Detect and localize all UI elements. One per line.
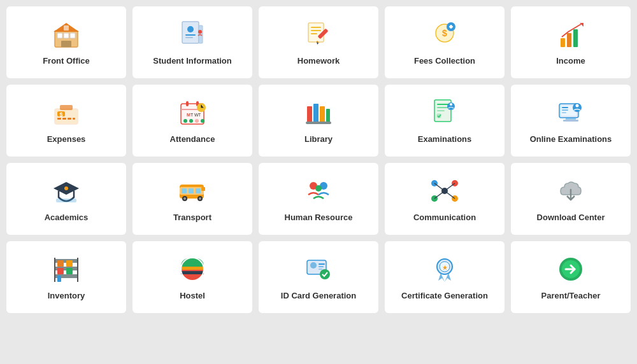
- front-office-label: Front Office: [43, 56, 90, 66]
- svg-rect-99: [57, 260, 64, 267]
- svg-rect-107: [181, 267, 204, 270]
- hr-icon: [303, 176, 334, 206]
- svg-rect-33: [73, 118, 75, 120]
- svg-line-91: [434, 183, 445, 191]
- card-academics[interactable]: Academics: [6, 163, 126, 235]
- card-transport[interactable]: Transport: [132, 163, 252, 235]
- card-fees-collection[interactable]: $ Fees Collection: [385, 6, 505, 78]
- svg-text:T: T: [198, 113, 201, 117]
- svg-point-115: [320, 269, 330, 279]
- svg-rect-6: [64, 25, 69, 31]
- expenses-label: Expenses: [47, 134, 86, 144]
- communication-label: Communication: [413, 213, 476, 222]
- svg-rect-102: [66, 268, 73, 274]
- attendance-icon: M T W T: [177, 97, 208, 128]
- card-download-center[interactable]: Download Center: [511, 163, 631, 235]
- card-online-examinations[interactable]: Online Examinations: [511, 85, 631, 157]
- card-human-resource[interactable]: Human Resource: [259, 163, 378, 235]
- svg-rect-57: [437, 110, 445, 111]
- svg-rect-103: [57, 276, 61, 282]
- student-info-icon: [177, 19, 208, 50]
- expenses-icon: $: [51, 97, 82, 128]
- certificate-label: Certificate Generation: [401, 291, 488, 300]
- svg-rect-10: [185, 34, 196, 36]
- academics-icon: [51, 176, 82, 206]
- online-exam-icon: [555, 97, 586, 128]
- svg-point-9: [187, 26, 194, 32]
- svg-rect-37: [186, 101, 189, 106]
- card-student-information[interactable]: Student Information: [132, 6, 252, 78]
- certificate-icon: ★: [429, 254, 460, 284]
- svg-point-71: [64, 186, 68, 190]
- svg-point-60: [450, 103, 452, 106]
- svg-point-44: [183, 119, 187, 123]
- svg-rect-14: [311, 27, 321, 28]
- svg-rect-114: [318, 269, 322, 270]
- attendance-label: Attendance: [170, 134, 215, 144]
- card-inventory[interactable]: Inventory: [6, 241, 126, 313]
- card-examinations[interactable]: Examinations: [385, 85, 505, 157]
- card-certificate[interactable]: ★ Certificate Generation: [385, 241, 505, 313]
- income-icon: [555, 19, 586, 50]
- card-attendance[interactable]: M T W T Attendance: [132, 85, 252, 157]
- svg-rect-26: [573, 29, 578, 47]
- svg-rect-75: [182, 188, 187, 193]
- svg-rect-112: [318, 263, 325, 265]
- svg-rect-11: [185, 37, 193, 38]
- library-label: Library: [304, 134, 333, 144]
- svg-rect-55: [437, 104, 448, 105]
- svg-line-92: [445, 183, 455, 191]
- homework-label: Homework: [297, 56, 340, 66]
- svg-rect-64: [563, 120, 578, 122]
- front-office-icon: [51, 19, 82, 50]
- svg-rect-53: [306, 122, 331, 124]
- examinations-label: Examinations: [418, 134, 472, 144]
- svg-text:$: $: [59, 111, 62, 118]
- module-grid: Front Office Student Information Homewor: [6, 6, 631, 313]
- svg-point-47: [201, 119, 204, 123]
- svg-rect-1: [57, 33, 62, 38]
- svg-rect-56: [437, 107, 448, 108]
- svg-rect-31: [62, 118, 66, 120]
- svg-rect-2: [64, 33, 69, 38]
- card-hostel[interactable]: Hostel: [132, 241, 252, 313]
- card-id-card[interactable]: ID Card Generation: [259, 241, 378, 313]
- svg-rect-100: [66, 260, 73, 267]
- parent-teacher-icon: [555, 254, 586, 284]
- svg-point-85: [315, 185, 322, 192]
- card-income[interactable]: Income: [511, 6, 631, 78]
- card-library[interactable]: Library: [259, 85, 378, 157]
- card-homework[interactable]: Homework: [259, 6, 378, 78]
- library-icon: [303, 97, 334, 128]
- transport-label: Transport: [173, 213, 211, 222]
- card-expenses[interactable]: $ Expenses: [6, 85, 126, 157]
- card-front-office[interactable]: Front Office: [6, 6, 126, 78]
- svg-rect-76: [189, 188, 194, 193]
- svg-rect-66: [562, 109, 568, 111]
- svg-rect-72: [56, 199, 76, 202]
- svg-rect-49: [307, 106, 312, 123]
- fees-collection-label: Fees Collection: [414, 56, 475, 66]
- svg-rect-50: [313, 104, 318, 123]
- svg-rect-77: [196, 188, 201, 193]
- svg-text:★: ★: [442, 264, 448, 271]
- svg-rect-13: [308, 23, 324, 42]
- card-communication[interactable]: Communication: [385, 163, 505, 235]
- inventory-label: Inventory: [48, 291, 85, 300]
- svg-rect-28: [55, 109, 78, 124]
- svg-rect-52: [326, 109, 330, 123]
- svg-rect-30: [57, 118, 61, 120]
- transport-icon: [177, 176, 208, 206]
- svg-text:$: $: [442, 28, 447, 38]
- svg-point-45: [189, 119, 193, 123]
- svg-rect-65: [562, 107, 568, 108]
- human-resource-label: Human Resource: [285, 213, 353, 222]
- svg-rect-63: [566, 118, 576, 120]
- svg-point-111: [310, 262, 317, 269]
- card-parent-teacher[interactable]: Parent/Teacher: [511, 241, 631, 313]
- hostel-icon: [177, 254, 208, 284]
- parent-teacher-label: Parent/Teacher: [541, 291, 601, 300]
- inventory-icon: [51, 254, 82, 284]
- svg-rect-82: [201, 187, 205, 191]
- download-icon: [555, 176, 586, 206]
